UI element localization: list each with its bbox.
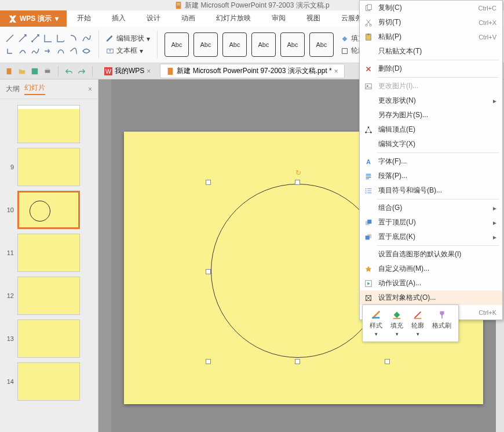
redo-icon[interactable] bbox=[77, 67, 86, 76]
tab-review[interactable]: 审阅 bbox=[261, 10, 296, 27]
edit-shape-button[interactable]: 编辑形状▾ bbox=[106, 34, 150, 43]
menu-item-paste[interactable]: 粘贴(P)Ctrl+V bbox=[360, 30, 502, 44]
menu-item-font[interactable]: A字体(F)... bbox=[360, 154, 502, 169]
menu-item-copy[interactable]: 复制(C)Ctrl+C bbox=[360, 1, 502, 15]
slide-preview bbox=[17, 148, 80, 186]
tab-design[interactable]: 设计 bbox=[136, 10, 171, 27]
rotate-handle-icon[interactable]: ↻ bbox=[295, 169, 301, 177]
menu-item-label: 自定义动画(M)... bbox=[378, 264, 429, 274]
slides-tab[interactable]: 幻灯片 bbox=[24, 83, 45, 95]
menu-item-send-back[interactable]: 置于底层(K)▸ bbox=[360, 230, 502, 244]
style-preset[interactable]: Abc bbox=[280, 32, 305, 57]
tab-start[interactable]: 开始 bbox=[67, 10, 101, 27]
menu-item-default-effect[interactable]: 设置自选图形的默认效果(I) bbox=[360, 247, 502, 262]
fill-button[interactable]: 填充▾ bbox=[387, 308, 407, 338]
slide-number: 14 bbox=[3, 378, 14, 385]
open-icon[interactable] bbox=[17, 67, 27, 76]
menu-item-label: 编辑文字(X) bbox=[378, 139, 415, 149]
tab-animation[interactable]: 动画 bbox=[171, 10, 206, 27]
style-preset[interactable]: Abc bbox=[309, 32, 334, 57]
document-tab[interactable]: 新建 Microsoft PowerPoint 97-2003 演示文稿.ppt… bbox=[160, 64, 344, 78]
app-badge[interactable]: WPS 演示 ▾ bbox=[0, 10, 67, 27]
menu-item-edit-text[interactable]: 编辑文字(X) bbox=[360, 137, 502, 151]
style-preset[interactable]: Abc bbox=[222, 32, 247, 57]
submenu-arrow-icon: ▸ bbox=[493, 219, 496, 227]
slide-thumbnail[interactable]: 13 bbox=[0, 317, 98, 360]
slide-number: 12 bbox=[3, 292, 14, 299]
new-doc-icon[interactable] bbox=[5, 67, 14, 76]
menu-item-save-as-picture[interactable]: 另存为图片(S)... bbox=[360, 108, 502, 122]
resize-handle[interactable] bbox=[295, 180, 300, 185]
menu-item-bring-front[interactable]: 置于顶层(U)▸ bbox=[360, 215, 502, 230]
context-menu[interactable]: 复制(C)Ctrl+C剪切(T)Ctrl+X粘贴(P)Ctrl+V只粘贴文本(T… bbox=[359, 0, 503, 320]
slide-thumbnail[interactable]: 11 bbox=[0, 231, 98, 274]
shape-gallery[interactable] bbox=[5, 33, 92, 56]
slide-thumbnail[interactable]: 9 bbox=[0, 146, 98, 188]
menu-item-label: 动作设置(A)... bbox=[378, 278, 421, 288]
svg-point-25 bbox=[366, 190, 367, 191]
style-preset[interactable]: Abc bbox=[193, 32, 218, 57]
shortcut-label: Ctrl+K bbox=[479, 309, 496, 316]
menu-separator bbox=[377, 199, 499, 199]
submenu-arrow-icon: ▸ bbox=[493, 97, 496, 105]
style-preset[interactable]: Abc bbox=[165, 32, 189, 57]
svg-rect-34 bbox=[372, 317, 380, 319]
slide-thumbnail[interactable]: 12 bbox=[0, 274, 98, 317]
resize-handle[interactable] bbox=[206, 269, 211, 274]
menu-item-format-object[interactable]: 设置对象格式(O)... bbox=[360, 291, 502, 305]
para-icon bbox=[364, 172, 373, 181]
menu-item-action-settings[interactable]: 动作设置(A)... bbox=[360, 276, 502, 291]
menu-item-label: 剪切(T) bbox=[378, 17, 401, 27]
separator bbox=[98, 31, 99, 59]
outline-header: 大纲 幻灯片 × bbox=[0, 79, 98, 99]
svg-rect-8 bbox=[46, 68, 49, 70]
undo-icon[interactable] bbox=[64, 67, 74, 76]
style-button[interactable]: 样式▾ bbox=[366, 308, 386, 338]
menu-item-paste-text[interactable]: 只粘贴文本(T) bbox=[360, 44, 502, 59]
tab-view[interactable]: 视图 bbox=[296, 10, 331, 27]
menu-item-label: 项目符号和编号(B)... bbox=[378, 186, 442, 195]
svg-point-26 bbox=[366, 192, 367, 193]
menu-separator bbox=[377, 245, 499, 246]
outline-tab[interactable]: 大纲 bbox=[6, 84, 20, 94]
home-tab[interactable]: W 我的WPS × bbox=[98, 64, 156, 78]
outline-button[interactable]: 轮廓▾ bbox=[408, 308, 428, 338]
menu-item-label: 段落(P)... bbox=[378, 171, 407, 181]
document-icon bbox=[174, 1, 182, 9]
resize-handle[interactable] bbox=[206, 359, 211, 364]
tab-slideshow[interactable]: 幻灯片放映 bbox=[206, 10, 261, 27]
slide-thumbnail[interactable]: 14 bbox=[0, 360, 98, 403]
menu-item-label: 复制(C) bbox=[378, 3, 402, 13]
image-icon bbox=[364, 82, 373, 91]
menu-item-custom-anim[interactable]: 自定义动画(M)... bbox=[360, 262, 502, 276]
style-preset[interactable]: Abc bbox=[251, 32, 276, 57]
resize-handle[interactable] bbox=[385, 359, 390, 364]
menu-item-bullets[interactable]: 项目符号和编号(B)... bbox=[360, 183, 502, 198]
style-gallery[interactable]: Abc Abc Abc Abc Abc Abc bbox=[165, 32, 334, 57]
slide-thumbnail[interactable] bbox=[0, 103, 98, 146]
save-icon[interactable] bbox=[30, 67, 39, 76]
close-icon[interactable]: × bbox=[334, 67, 338, 75]
ribbon-shape-tools: 编辑形状▾ 文本框▾ bbox=[106, 34, 150, 56]
textbox-button[interactable]: 文本框▾ bbox=[106, 46, 150, 56]
print-icon[interactable] bbox=[43, 67, 52, 76]
svg-point-24 bbox=[366, 188, 367, 189]
slide-thumbnail[interactable]: 10 bbox=[0, 188, 98, 231]
menu-item-cut[interactable]: 剪切(T)Ctrl+X bbox=[360, 15, 502, 30]
resize-handle[interactable] bbox=[206, 180, 211, 185]
menu-separator bbox=[377, 77, 499, 78]
svg-rect-36 bbox=[414, 318, 422, 319]
svg-point-22 bbox=[370, 132, 372, 133]
resize-handle[interactable] bbox=[295, 359, 300, 364]
menu-item-paragraph[interactable]: 段落(P)... bbox=[360, 169, 502, 183]
close-icon[interactable]: × bbox=[147, 67, 151, 75]
menu-item-delete[interactable]: 删除(D) bbox=[360, 61, 502, 76]
floating-toolbox[interactable]: 样式▾ 填充▾ 轮廓▾ 格式刷 bbox=[362, 304, 459, 342]
slide-preview bbox=[17, 320, 80, 358]
format-painter-button[interactable]: 格式刷 bbox=[429, 308, 455, 338]
menu-item-edit-points[interactable]: 编辑顶点(E) bbox=[360, 122, 502, 137]
close-pane-icon[interactable]: × bbox=[88, 85, 92, 93]
menu-item-change-shape[interactable]: 更改形状(N)▸ bbox=[360, 93, 502, 108]
tab-insert[interactable]: 插入 bbox=[101, 10, 136, 27]
menu-item-group[interactable]: 组合(G)▸ bbox=[360, 201, 502, 215]
